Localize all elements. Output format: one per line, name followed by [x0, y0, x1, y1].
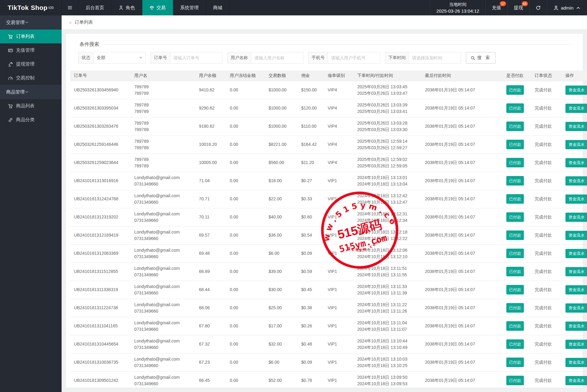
cell-balance: 9290.62: [195, 99, 226, 117]
cell-order-no: UB2410181312424768: [70, 190, 131, 208]
order-time-input[interactable]: [409, 52, 461, 64]
nav-item-roles[interactable]: 角色: [111, 0, 142, 15]
cell-trade-amount: $18.00: [265, 172, 298, 190]
nav-item-home[interactable]: 后台首页: [79, 0, 111, 15]
fund-flow-button[interactable]: 资金流水: [565, 376, 587, 385]
fund-flow-button[interactable]: 资金流水: [565, 340, 587, 349]
fund-flow-button[interactable]: 资金流水: [565, 213, 587, 222]
cell-username: Londythato@gmail.com0731349660: [131, 281, 195, 299]
admin-menu[interactable]: admin: [547, 0, 587, 15]
username-line1: 789789: [134, 120, 193, 126]
status-select[interactable]: 全部: [93, 52, 146, 64]
sidebar-item-goods-list[interactable]: 商品列表: [0, 99, 62, 113]
username-line2: 789789: [134, 145, 193, 151]
sidebar-group-label: 交易管理: [6, 20, 25, 26]
fund-flow-button[interactable]: 资金流水: [565, 194, 587, 204]
username-input[interactable]: [251, 52, 303, 64]
nav-item-label: 交易: [156, 5, 166, 11]
filter-row: 状态 全部 订单号 用户名称: [78, 52, 570, 64]
sidebar-item-trade-control[interactable]: 交易控制: [0, 71, 62, 85]
username-line2: 0731349660: [134, 199, 193, 206]
table-row: UB2410181311041165Londythato@gmail.com07…: [70, 317, 587, 335]
sidebar-item-goods-category[interactable]: 商品分类: [0, 113, 62, 127]
sidebar-group-trade[interactable]: 交易管理: [0, 15, 62, 30]
fund-flow-button[interactable]: 资金流水: [565, 322, 587, 331]
username-line2: 0731349660: [134, 308, 193, 314]
cell-vip-level: VIP4: [324, 117, 354, 135]
fund-flow-button[interactable]: 资金流水: [565, 358, 587, 367]
cell-balance: 68.89: [195, 262, 226, 281]
cell-commission: $0.26: [298, 317, 324, 335]
cell-order-no: UB2503261303283476: [70, 117, 131, 135]
cell-trade-amount: $30.00: [265, 281, 298, 299]
cell-username: Londythato@gmail.com0731349660: [131, 208, 195, 226]
cell-order-pay-time: 2024年10月18日 13:12:062024年10月18日 13:12:10: [354, 244, 421, 262]
cell-order-no: UB2410181312189419: [70, 226, 131, 244]
cart-icon: [8, 34, 13, 39]
cell-username: Londythato@gmail.com0731349660: [131, 244, 195, 262]
cell-order-pay-time: 2025年03月26日 13:03:452025年03月26日 13:03:47: [354, 81, 421, 99]
cell-commission: $110.00: [298, 117, 324, 135]
nav-item-mall[interactable]: 商城: [206, 0, 230, 15]
withdraw-entry[interactable]: 提现 66: [507, 0, 529, 15]
order-time: 2024年10月18日 13:12:31: [357, 211, 419, 217]
refresh-button[interactable]: [529, 0, 547, 15]
cell-order-status: 完成付款: [531, 317, 562, 335]
pay-time: 2025年03月26日 12:59:05: [357, 163, 419, 169]
gauge-icon: [8, 76, 13, 81]
fund-flow-button[interactable]: 资金流水: [565, 158, 587, 167]
cell-frozen: 0.00: [226, 154, 265, 172]
fund-flow-button[interactable]: 资金流水: [565, 249, 587, 258]
cell-username: Londythato@gmail.com0731349660: [131, 262, 195, 281]
phone-filter: 手机号: [308, 52, 380, 64]
fund-flow-button[interactable]: 资金流水: [565, 176, 587, 186]
cell-trade-amount: $40.00: [265, 208, 298, 226]
cell-order-status: 完成付款: [531, 190, 562, 208]
column-header: 是否付款: [503, 70, 531, 81]
sidebar-item-withdraw-mgmt[interactable]: 提现管理: [0, 57, 62, 71]
cell-last-pay-time: 2038年01月19日 05:14:07: [421, 281, 503, 299]
fund-flow-button[interactable]: 资金流水: [565, 86, 587, 95]
cell-order-status: 完成付款: [531, 244, 562, 262]
paid-status-badge: 已付款: [506, 212, 524, 222]
sidebar-item-recharge-mgmt[interactable]: 充值管理: [0, 43, 62, 57]
cell-last-pay-time: 2038年01月19日 05:14:07: [421, 154, 503, 172]
cell-balance: 68.06: [195, 299, 226, 317]
fund-flow-button[interactable]: 资金流水: [565, 231, 587, 240]
fund-flow-button[interactable]: 资金流水: [565, 140, 587, 149]
search-legend: 条件搜索: [76, 41, 102, 48]
cell-paid: 已付款: [503, 154, 531, 172]
nav-item-trade[interactable]: 交易: [142, 0, 173, 15]
cell-order-no: UB2410181313016916: [70, 172, 131, 190]
fund-flow-button[interactable]: 资金流水: [565, 104, 587, 113]
top-nav: 后台首页 角色 交易 系统管理 商城: [62, 0, 230, 15]
fund-flow-button[interactable]: 资金流水: [565, 285, 587, 294]
fund-flow-button[interactable]: 资金流水: [565, 267, 587, 276]
cell-vip-level: VIP1: [324, 371, 354, 390]
app-logo: TikTok Shop V20: [0, 0, 62, 15]
recharge-entry[interactable]: 充值 17: [485, 0, 507, 15]
order-table-header: 订单号用户名用户余额用户冻结金额交易数额佣金做单级别下单时间/付款时间最后付款时…: [70, 70, 587, 81]
table-row: UB2410181311338319Londythato@gmail.com07…: [70, 281, 587, 299]
phone-input[interactable]: [328, 52, 380, 64]
search-button[interactable]: 搜 索: [466, 52, 496, 64]
fund-flow-button[interactable]: 资金流水: [565, 303, 587, 313]
cell-commission: $164.42: [298, 135, 324, 154]
column-header: 佣金: [298, 70, 324, 81]
collapse-menu-button[interactable]: [62, 0, 79, 15]
cell-order-pay-time: 2025年03月26日 12:59:022025年03月26日 12:59:05: [354, 154, 421, 172]
cell-username: Londythato@gmail.com0731349660: [131, 317, 195, 335]
user-icon: [553, 5, 559, 10]
cell-order-pay-time: 2024年10月18日 13:12:182024年10月18日 13:12:22: [354, 226, 421, 244]
paid-status-badge: 已付款: [506, 103, 524, 113]
nav-item-system[interactable]: 系统管理: [173, 0, 206, 15]
order-no-filter: 订单号: [151, 52, 222, 64]
cell-trade-amount: $1000.00: [265, 81, 298, 99]
fund-flow-button[interactable]: 资金流水: [565, 122, 587, 131]
sidebar-group-goods[interactable]: 商品管理: [0, 85, 62, 99]
cell-paid: 已付款: [503, 281, 531, 299]
order-no-input[interactable]: [170, 52, 222, 64]
username-line1: 789789: [134, 102, 193, 108]
sidebar-item-order-list[interactable]: 订单列表: [0, 30, 62, 43]
cell-order-status: 完成付款: [531, 99, 562, 117]
